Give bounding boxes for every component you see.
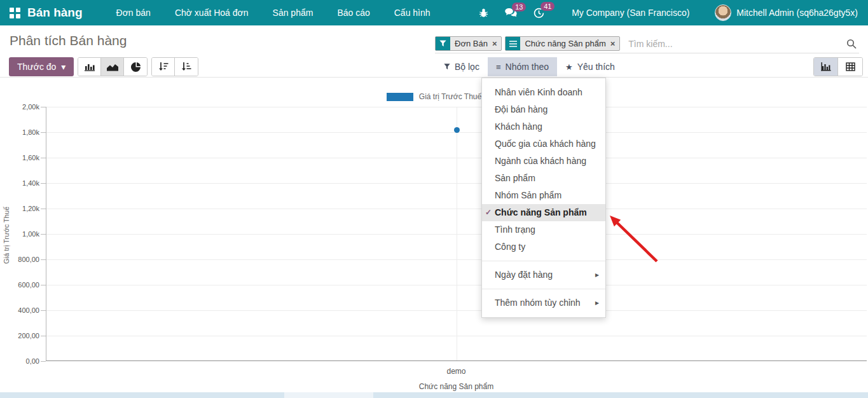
y-tick: 800,00	[0, 255, 39, 264]
graph-view-icon[interactable]	[814, 58, 838, 76]
y-tick: 0,00	[0, 357, 39, 366]
search-icon[interactable]	[846, 39, 857, 49]
view-toolbar: Thước đo ▾	[0, 56, 868, 78]
y-tick: 1,20k	[0, 204, 39, 213]
groupby-menu-item[interactable]: Quốc gia của khách hàng	[482, 135, 605, 153]
top-navbar: Bán hàng Đơn bán Chờ xuất Hoá đơn Sản ph…	[0, 0, 868, 25]
menu-separator	[482, 261, 605, 261]
navbar-menu-item-don-ban[interactable]: Đơn bán	[104, 0, 163, 25]
activity-clock-icon[interactable]: 41	[534, 8, 544, 18]
check-icon: ✓	[485, 204, 492, 221]
groupby-menu-item-selected[interactable]: ✓ Chức năng Sản phẩm	[482, 204, 605, 221]
app-name[interactable]: Bán hàng	[27, 6, 83, 20]
search-options: Bộ lọc ≡ Nhóm theo ★ Yêu thích	[436, 57, 623, 76]
avatar[interactable]	[715, 4, 731, 21]
groupby-menu-item[interactable]: Công ty	[482, 238, 605, 256]
bar-chart-icon[interactable]	[78, 58, 101, 76]
submenu-arrow-icon: ▸	[595, 266, 599, 284]
groupby-menu-item[interactable]: Tình trạng	[482, 221, 605, 238]
y-tick: 1,80k	[0, 128, 39, 137]
group-by-icon	[506, 37, 520, 50]
y-tick: 600,00	[0, 280, 39, 289]
navbar-menu-item-cho-xuat-hoa-don[interactable]: Chờ xuất Hoá đơn	[163, 0, 261, 25]
user-menu[interactable]: Mitchell Admin (sq6ha26gty5x)	[736, 8, 858, 18]
facet-remove-icon[interactable]: ×	[610, 39, 616, 48]
page-title: Phân tích Bán hàng	[10, 33, 127, 48]
star-icon: ★	[565, 62, 573, 72]
line-chart-icon[interactable]	[101, 58, 124, 76]
chart-type-group	[78, 57, 148, 76]
debug-bug-icon[interactable]	[479, 8, 488, 18]
y-tick: 1,00k	[0, 230, 39, 238]
filters-button[interactable]: Bộ lọc	[436, 57, 488, 76]
company-switcher[interactable]: My Company (San Francisco)	[572, 8, 689, 18]
y-tick: 1,60k	[0, 153, 39, 162]
messages-badge: 13	[512, 3, 526, 11]
facet-remove-icon[interactable]: ×	[492, 39, 497, 48]
search-input[interactable]	[623, 39, 846, 49]
navbar-menu-item-cau-hinh[interactable]: Cấu hình	[382, 0, 443, 25]
group-by-icon: ≡	[496, 62, 501, 72]
search-bar: Đơn Bán × Chức năng Sản phẩm ×	[435, 34, 859, 53]
groupby-menu-item-order-date[interactable]: Ngày đặt hàng ▸	[482, 266, 605, 284]
scrollbar-thumb[interactable]	[284, 392, 373, 398]
sort-group	[151, 57, 198, 76]
groupby-dropdown-menu: Nhân viên Kinh doanh Đội bán hàng Khách …	[481, 78, 606, 318]
chart-plot-area	[46, 107, 867, 361]
legend-swatch	[387, 93, 413, 101]
chart-legend[interactable]: Giá trị Trước Thuế	[0, 92, 868, 101]
groupby-menu-item[interactable]: Đội bán hàng	[482, 101, 605, 118]
y-tick: 1,40k	[0, 179, 39, 188]
groupby-menu-item[interactable]: Sản phẩm	[482, 170, 605, 187]
sort-descending-icon[interactable]	[152, 58, 175, 76]
x-axis-title: Chức năng Sản phẩm	[46, 382, 867, 391]
pivot-view-icon[interactable]	[838, 58, 862, 76]
view-switcher	[813, 57, 863, 76]
y-tick: 200,00	[0, 331, 39, 340]
apps-grid-icon[interactable]	[10, 8, 20, 18]
horizontal-scrollbar	[0, 392, 868, 398]
messages-icon[interactable]: 13	[505, 8, 517, 18]
navbar-menu: Đơn bán Chờ xuất Hoá đơn Sản phẩm Báo cá…	[104, 0, 443, 25]
groupby-menu-item[interactable]: Nhóm Sản phẩm	[482, 187, 605, 204]
navbar-right: 13 41 My Company (San Francisco) Mitchel…	[471, 4, 858, 21]
groupby-menu-item[interactable]: Nhân viên Kinh doanh	[482, 84, 605, 101]
facet-label: Chức năng Sản phẩm	[525, 39, 605, 48]
navbar-menu-item-san-pham[interactable]: Sản phẩm	[261, 0, 326, 25]
submenu-arrow-icon: ▸	[595, 294, 599, 312]
y-tick: 2,00k	[0, 102, 39, 111]
search-facet-filter: Đơn Bán ×	[435, 36, 502, 51]
groupby-menu-item[interactable]: Khách hàng	[482, 118, 605, 135]
groupby-menu-item[interactable]: Ngành của khách hàng	[482, 153, 605, 170]
y-tick: 400,00	[0, 306, 39, 315]
search-facet-groupby: Chức năng Sản phẩm ×	[505, 36, 620, 51]
x-gridline	[457, 107, 457, 360]
groupby-button[interactable]: ≡ Nhóm theo	[488, 57, 557, 76]
navbar-menu-item-bao-cao[interactable]: Báo cáo	[325, 0, 382, 25]
sort-ascending-icon[interactable]	[175, 58, 198, 76]
legend-label: Giá trị Trước Thuế	[419, 92, 481, 101]
groupby-menu-item-add-custom-group[interactable]: Thêm nhóm tùy chỉnh ▸	[482, 294, 605, 312]
filter-icon	[436, 37, 450, 50]
x-tick-demo: demo	[46, 367, 867, 376]
menu-separator	[482, 289, 605, 289]
facet-label: Đơn Bán	[455, 39, 488, 48]
measures-button[interactable]: Thước đo ▾	[9, 57, 74, 76]
activity-badge: 41	[541, 2, 555, 11]
favorites-button[interactable]: ★ Yêu thích	[557, 57, 623, 76]
pie-chart-icon[interactable]	[124, 58, 147, 76]
chevron-down-icon: ▾	[61, 62, 65, 72]
data-point[interactable]	[454, 127, 460, 133]
